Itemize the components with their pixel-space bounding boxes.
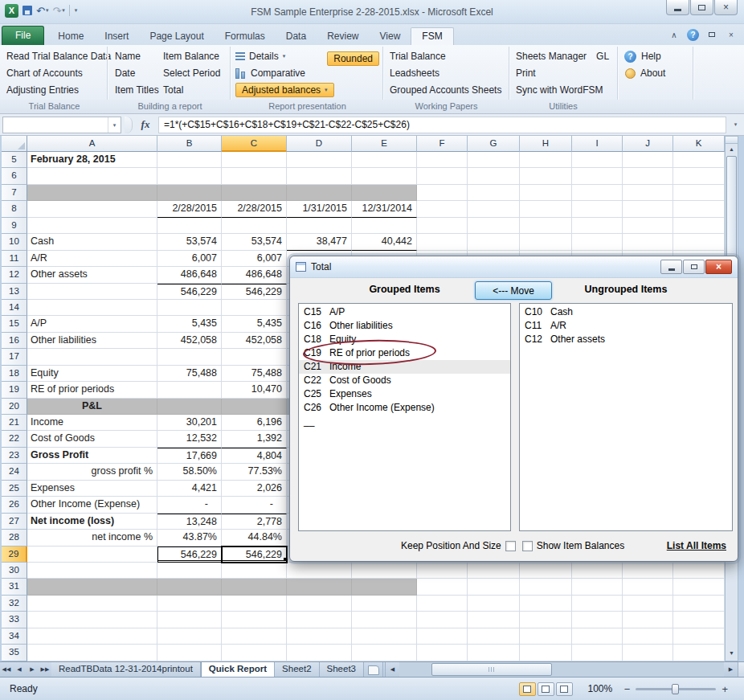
workbook-close-icon[interactable]: × bbox=[725, 28, 738, 41]
cell-D7[interactable] bbox=[287, 185, 352, 201]
column-header-J[interactable]: J bbox=[623, 136, 673, 152]
cell-H6[interactable] bbox=[520, 168, 572, 184]
cell-F9[interactable] bbox=[417, 218, 468, 234]
cell-I6[interactable] bbox=[572, 168, 623, 184]
cell-E8[interactable]: 12/31/2014 bbox=[352, 201, 417, 217]
chart-of-accounts-button[interactable]: Chart of Accounts bbox=[2, 65, 107, 81]
cell-J31[interactable] bbox=[623, 579, 673, 595]
ribbon-tab-home[interactable]: Home bbox=[47, 28, 94, 45]
cell-C21[interactable]: 6,196 bbox=[222, 415, 287, 431]
cell-J30[interactable] bbox=[623, 563, 673, 579]
row-header-33[interactable]: 33 bbox=[2, 612, 27, 628]
cell-I8[interactable] bbox=[572, 201, 623, 217]
cell-H32[interactable] bbox=[520, 596, 572, 612]
cell-C31[interactable] bbox=[222, 579, 287, 595]
cell-I32[interactable] bbox=[572, 596, 623, 612]
scroll-left-icon[interactable]: ◀ bbox=[386, 662, 399, 677]
cell-I10[interactable] bbox=[572, 234, 623, 250]
cell-H10[interactable] bbox=[520, 234, 572, 250]
cell-D9[interactable] bbox=[287, 218, 352, 234]
cell-J35[interactable] bbox=[623, 645, 673, 661]
cell-G35[interactable] bbox=[468, 645, 520, 661]
vertical-split-handle[interactable] bbox=[726, 137, 738, 144]
workbook-restore-icon[interactable] bbox=[705, 28, 718, 41]
row-header-20[interactable]: 20 bbox=[2, 399, 27, 415]
cell-J32[interactable] bbox=[623, 596, 673, 612]
cell-C23[interactable]: 4,804 bbox=[222, 448, 287, 464]
cell-C18[interactable]: 75,488 bbox=[222, 366, 287, 382]
cell-B6[interactable] bbox=[157, 168, 222, 184]
cell-E7[interactable] bbox=[352, 185, 417, 201]
sheet-tab-sheet3[interactable]: Sheet3 bbox=[320, 662, 364, 677]
cell-B17[interactable] bbox=[157, 349, 222, 365]
cell-C20[interactable] bbox=[222, 399, 287, 415]
minimize-ribbon-icon[interactable]: ∧ bbox=[668, 28, 681, 41]
cell-C35[interactable] bbox=[222, 645, 287, 661]
cell-G7[interactable] bbox=[468, 185, 520, 201]
column-header-B[interactable]: B bbox=[157, 136, 222, 152]
cell-B24[interactable]: 58.50% bbox=[157, 464, 222, 480]
cell-I7[interactable] bbox=[572, 185, 623, 201]
sheet-tab-readtbdata-12-31-2014printout[interactable]: ReadTBData 12-31-2014printout bbox=[51, 662, 201, 677]
cell-H30[interactable] bbox=[520, 563, 572, 579]
cell-D30[interactable] bbox=[287, 563, 352, 579]
cell-A30[interactable] bbox=[27, 563, 157, 579]
cell-K34[interactable] bbox=[673, 628, 725, 645]
next-sheet-icon[interactable]: ▶ bbox=[26, 662, 39, 677]
cell-E5[interactable] bbox=[352, 152, 417, 168]
cell-E32[interactable] bbox=[352, 596, 417, 612]
cell-K31[interactable] bbox=[673, 579, 725, 595]
help-button[interactable]: Help bbox=[636, 48, 666, 64]
row-header-29[interactable]: 29 bbox=[2, 546, 27, 563]
cell-D31[interactable] bbox=[287, 579, 352, 595]
cell-B15[interactable]: 5,435 bbox=[157, 316, 222, 332]
cell-A18[interactable]: Equity bbox=[27, 366, 157, 382]
cell-A27[interactable]: Net income (loss) bbox=[27, 514, 157, 530]
cell-B9[interactable] bbox=[157, 218, 222, 234]
cell-H33[interactable] bbox=[520, 612, 572, 628]
cell-B21[interactable]: 30,201 bbox=[157, 415, 222, 431]
cell-A10[interactable]: Cash bbox=[27, 234, 157, 250]
row-header-32[interactable]: 32 bbox=[2, 596, 27, 612]
row-header-12[interactable]: 12 bbox=[2, 267, 27, 283]
formula-input[interactable]: =1*(+C$15+C$16+C$18+C$19+C$21-C$22-C$25+… bbox=[158, 117, 726, 133]
cell-B10[interactable]: 53,574 bbox=[157, 234, 222, 250]
cell-A33[interactable] bbox=[27, 612, 157, 628]
maximize-button[interactable] bbox=[690, 0, 713, 15]
list-item-C19[interactable]: C19RE of prior periods bbox=[299, 346, 510, 360]
name-box[interactable]: ▾ bbox=[2, 117, 121, 133]
column-header-C[interactable]: C bbox=[222, 136, 287, 152]
cell-B29[interactable]: 546,229 bbox=[157, 546, 222, 563]
cell-B11[interactable]: 6,007 bbox=[157, 251, 222, 267]
cell-E34[interactable] bbox=[352, 628, 417, 645]
scroll-up-icon[interactable]: ▲ bbox=[726, 144, 738, 156]
cell-E30[interactable] bbox=[352, 563, 417, 579]
scroll-right-icon[interactable]: ▶ bbox=[724, 662, 738, 677]
row-header-28[interactable]: 28 bbox=[2, 530, 27, 546]
cell-C27[interactable]: 2,778 bbox=[222, 514, 287, 530]
zoom-in-icon[interactable]: + bbox=[722, 684, 728, 694]
cell-J10[interactable] bbox=[623, 234, 673, 250]
cell-D8[interactable]: 1/31/2015 bbox=[287, 201, 352, 217]
sheets-manager-button[interactable]: Sheets Manager bbox=[511, 48, 591, 64]
cell-D10[interactable]: 38,477 bbox=[287, 234, 352, 250]
cell-A14[interactable] bbox=[27, 300, 157, 316]
dialog-minimize-button[interactable] bbox=[660, 260, 682, 274]
cell-H31[interactable] bbox=[520, 579, 572, 595]
details-dropdown-icon[interactable]: ▾ bbox=[283, 53, 286, 59]
cell-B26[interactable]: - bbox=[157, 497, 222, 513]
zoom-track[interactable] bbox=[636, 688, 716, 690]
cell-C25[interactable]: 2,026 bbox=[222, 481, 287, 497]
cell-K7[interactable] bbox=[673, 185, 725, 201]
cell-A15[interactable]: A/P bbox=[27, 316, 157, 332]
row-header-23[interactable]: 23 bbox=[2, 448, 27, 464]
cell-B7[interactable] bbox=[157, 185, 222, 201]
cell-G8[interactable] bbox=[468, 201, 520, 217]
row-header-13[interactable]: 13 bbox=[2, 284, 27, 300]
help-icon[interactable]: ? bbox=[687, 29, 699, 41]
cell-C7[interactable] bbox=[222, 185, 287, 201]
cell-A13[interactable] bbox=[27, 284, 157, 300]
cell-A23[interactable]: Gross Profit bbox=[27, 448, 157, 464]
cell-J7[interactable] bbox=[623, 185, 673, 201]
cell-C11[interactable]: 6,007 bbox=[222, 251, 287, 267]
